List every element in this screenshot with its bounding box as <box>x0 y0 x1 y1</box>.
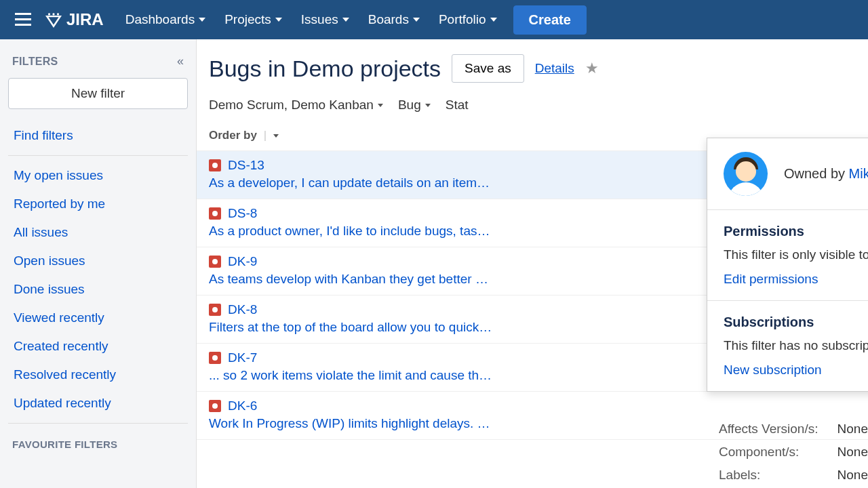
save-as-button[interactable]: Save as <box>452 54 524 83</box>
page-title: Bugs in Demo projects <box>209 56 441 82</box>
chevron-down-icon <box>490 18 497 22</box>
chevron-down-icon <box>275 18 282 22</box>
nav-projects-label: Projects <box>224 12 271 27</box>
sidebar-item-all[interactable]: All issues <box>8 218 188 247</box>
bug-icon <box>209 400 221 412</box>
filter-status[interactable]: Stat <box>446 98 469 113</box>
chevron-down-icon <box>413 18 420 22</box>
details-link[interactable]: Details <box>535 61 574 76</box>
svg-rect-0 <box>15 13 31 15</box>
permissions-body: This filter is only visible to you. <box>724 247 868 262</box>
filter-type[interactable]: Bug <box>398 98 431 113</box>
field-value: None <box>837 445 868 460</box>
issue-summary: As a product owner, I'd like to include … <box>209 224 500 239</box>
bug-icon <box>209 304 221 316</box>
top-nav: JIRA Dashboards Projects Issues Boards P… <box>0 0 868 39</box>
issue-summary: ... so 2 work items violate the limit an… <box>209 368 500 383</box>
issue-details-panel: Affects Version/s:None Component/s:None … <box>719 418 868 488</box>
chevron-down-icon <box>342 18 349 22</box>
owned-by-label: Owned by <box>784 166 849 181</box>
nav-portfolio[interactable]: Portfolio <box>429 7 507 33</box>
sidebar-item-viewed[interactable]: Viewed recently <box>8 304 188 332</box>
filter-type-label: Bug <box>398 98 421 113</box>
issue-key: DK-8 <box>228 302 257 317</box>
issue-key: DK-7 <box>228 350 257 365</box>
field-value: None <box>837 468 868 483</box>
nav-issues-label: Issues <box>301 12 338 27</box>
collapse-sidebar-icon[interactable]: « <box>177 54 184 68</box>
svg-point-3 <box>48 13 50 15</box>
issue-summary: As teams develop with Kanban they get be… <box>209 272 500 287</box>
nav-projects[interactable]: Projects <box>215 7 292 33</box>
field-value: None <box>837 422 868 436</box>
divider <box>8 155 188 156</box>
new-subscription-link[interactable]: New subscription <box>724 363 822 377</box>
field-label: Component/s: <box>719 445 837 460</box>
sidebar: FILTERS « New filter Find filters My ope… <box>0 39 197 488</box>
bug-icon <box>209 207 221 220</box>
filters-heading: FILTERS <box>12 56 58 68</box>
issue-key: DS-8 <box>228 206 257 221</box>
nav-boards-label: Boards <box>368 12 409 27</box>
edit-permissions-link[interactable]: Edit permissions <box>724 272 818 286</box>
details-popover: Owned by Mike Permissions This filter is… <box>707 138 868 392</box>
new-filter-button[interactable]: New filter <box>8 78 188 109</box>
nav-issues[interactable]: Issues <box>292 7 359 33</box>
field-label: Affects Version/s: <box>719 422 837 436</box>
svg-rect-1 <box>15 18 31 20</box>
sidebar-item-open[interactable]: Open issues <box>8 247 188 275</box>
bug-icon <box>209 256 221 268</box>
divider <box>8 423 188 424</box>
nav-dashboards[interactable]: Dashboards <box>116 7 215 33</box>
issue-summary: Filters at the top of the board allow yo… <box>209 320 500 335</box>
permissions-heading: Permissions <box>724 224 868 239</box>
chevron-down-icon <box>199 18 205 22</box>
divider-vertical: | <box>264 129 267 142</box>
sidebar-item-my-open[interactable]: My open issues <box>8 161 188 190</box>
nav-boards[interactable]: Boards <box>359 7 429 33</box>
sidebar-item-updated[interactable]: Updated recently <box>8 389 188 418</box>
sidebar-item-resolved[interactable]: Resolved recently <box>8 361 188 389</box>
subscriptions-heading: Subscriptions <box>724 314 868 330</box>
svg-rect-2 <box>15 24 31 26</box>
chevron-down-icon <box>378 104 383 107</box>
nav-portfolio-label: Portfolio <box>439 12 486 27</box>
filter-project-label: Demo Scrum, Demo Kanban <box>209 98 374 113</box>
hamburger-icon[interactable] <box>7 7 39 32</box>
filter-project[interactable]: Demo Scrum, Demo Kanban <box>209 98 383 113</box>
bug-icon <box>209 352 221 364</box>
main-content: Bugs in Demo projects Save as Details ★ … <box>197 39 868 488</box>
issue-key: DK-6 <box>228 399 257 413</box>
issue-summary: As a developer, I can update details on … <box>209 176 500 190</box>
issue-key: DK-9 <box>228 254 257 269</box>
sidebar-item-reported[interactable]: Reported by me <box>8 190 188 218</box>
filter-status-label: Stat <box>446 98 469 113</box>
favourite-filters-heading: FAVOURITE FILTERS <box>8 429 188 455</box>
field-label: Labels: <box>719 468 837 483</box>
svg-point-5 <box>57 13 59 15</box>
owner-link[interactable]: Mike <box>849 166 868 181</box>
nav-dashboards-label: Dashboards <box>125 12 195 27</box>
avatar <box>724 152 768 196</box>
create-button[interactable]: Create <box>513 5 587 35</box>
bug-icon <box>209 159 221 171</box>
jira-logo[interactable]: JIRA <box>45 10 104 29</box>
subscriptions-body: This filter has no subscriptions. <box>724 338 868 353</box>
find-filters-link[interactable]: Find filters <box>8 121 188 150</box>
svg-point-4 <box>52 13 54 15</box>
chevron-down-icon <box>425 104 431 107</box>
issue-summary: Work In Progress (WIP) limits highlight … <box>209 416 500 431</box>
chevron-down-icon[interactable] <box>273 134 279 138</box>
order-by-label[interactable]: Order by <box>209 129 257 142</box>
sidebar-item-done[interactable]: Done issues <box>8 275 188 304</box>
owner-text: Owned by Mike <box>784 166 868 182</box>
issue-key: DS-13 <box>228 158 264 173</box>
sidebar-item-created[interactable]: Created recently <box>8 332 188 361</box>
star-icon[interactable]: ★ <box>585 60 599 77</box>
